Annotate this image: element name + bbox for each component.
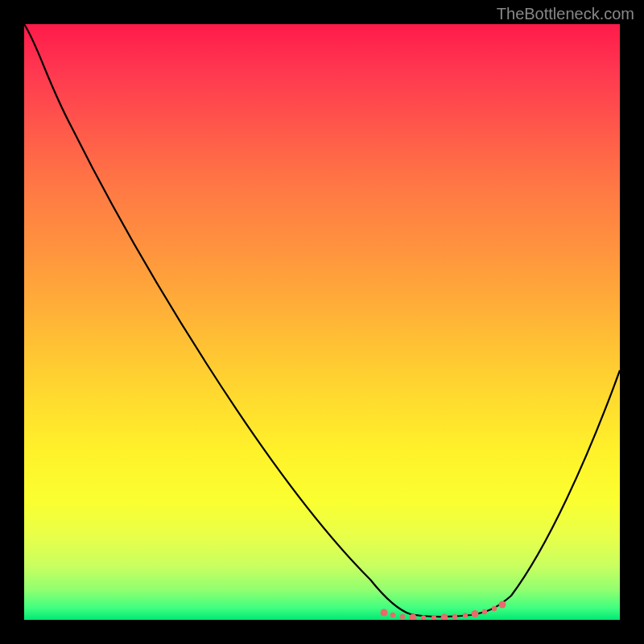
watermark-text: TheBottleneck.com — [497, 5, 634, 23]
marker-dot — [400, 614, 405, 619]
marker-dot — [381, 609, 388, 617]
marker-dot — [492, 606, 497, 611]
marker-dot — [390, 613, 395, 617]
marker-dot — [472, 610, 479, 617]
marker-dot — [463, 613, 468, 617]
chart-svg — [24, 24, 620, 620]
marker-dot — [441, 614, 448, 621]
marker-dot — [482, 609, 487, 614]
bottleneck-curve — [24, 24, 620, 617]
plot-area — [24, 24, 620, 620]
marker-dot — [499, 601, 506, 609]
marker-dot — [452, 614, 457, 619]
